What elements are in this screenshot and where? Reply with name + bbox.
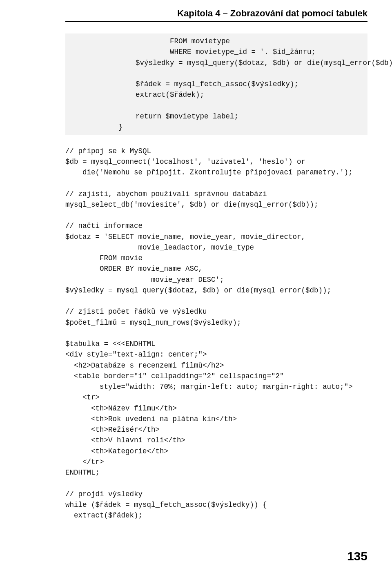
page-number: 135 [347,549,368,563]
code-block-rest: // připoj se k MySQL $db = mysql_connect… [65,135,368,521]
code-block-top: FROM movietype WHERE movietype_id = '. $… [65,33,368,135]
page-container: Kapitola 4 – Zobrazování dat pomocí tabu… [0,0,392,537]
chapter-header: Kapitola 4 – Zobrazování dat pomocí tabu… [65,8,368,22]
